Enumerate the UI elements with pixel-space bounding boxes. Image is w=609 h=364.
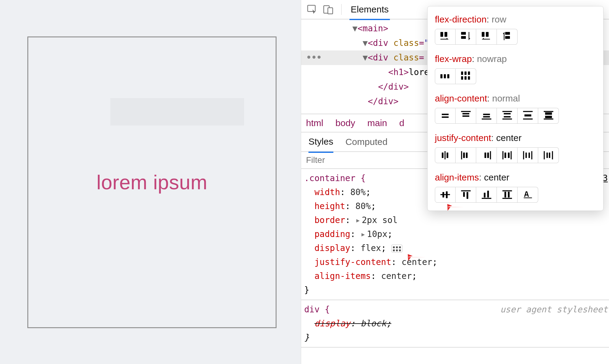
css-prop-height[interactable]: height	[315, 201, 345, 211]
css-val-display[interactable]: flex	[360, 243, 381, 253]
css-val-border[interactable]: 2px sol	[362, 215, 397, 225]
ac-stretch-button[interactable]	[538, 108, 559, 124]
jc-end-button[interactable]	[476, 147, 497, 163]
css-prop-border[interactable]: border	[315, 215, 345, 225]
ac-between-button[interactable]	[497, 108, 518, 124]
css-prop-align[interactable]: align-items	[315, 271, 371, 281]
css-prop-width[interactable]: width	[315, 187, 340, 197]
element-highlight	[110, 98, 244, 125]
css-val-width[interactable]: 80%	[350, 187, 366, 197]
css-val-padding[interactable]: 10px	[367, 229, 387, 239]
ai-stretch-button[interactable]	[497, 187, 518, 203]
css-rule-div-ua[interactable]: user agent stylesheet div { display: blo…	[301, 300, 609, 348]
fw-wrap-button[interactable]	[456, 68, 476, 84]
ua-stylesheet-label: user agent stylesheet	[500, 303, 608, 317]
tab-styles[interactable]: Styles	[308, 136, 333, 153]
fw-nowrap-button[interactable]	[435, 68, 456, 84]
crumb-html[interactable]: html	[306, 118, 323, 128]
ac-around-button[interactable]	[518, 108, 538, 124]
css-val-height[interactable]: 80%	[356, 201, 371, 211]
fp-value-align-items: center	[484, 172, 509, 182]
fd-column-button[interactable]	[456, 29, 476, 45]
css-prop-display-ua: display	[315, 318, 350, 328]
jc-evenly-button[interactable]	[538, 147, 559, 163]
ac-center-button[interactable]	[435, 108, 456, 124]
jc-between-button[interactable]	[497, 147, 518, 163]
crumb-div[interactable]: d	[399, 118, 404, 128]
fp-label-align-items: align-items	[435, 172, 479, 182]
css-selector: .container {	[304, 173, 366, 183]
devtools-panel: Elements ▼<main> ▼<div class=" ••• ▼<div…	[301, 0, 609, 364]
toolbar-separator	[341, 4, 342, 15]
fp-value-flex-wrap: nowrap	[477, 54, 507, 64]
css-val-display-ua: block	[360, 318, 386, 328]
crumb-body[interactable]: body	[335, 118, 355, 128]
fd-row-reverse-button[interactable]	[476, 29, 497, 45]
css-prop-display[interactable]: display	[315, 243, 350, 253]
crumb-main[interactable]: main	[367, 118, 387, 128]
fp-label-align-content: align-content	[435, 93, 487, 103]
css-close-brace-2: }	[304, 332, 309, 342]
inspect-icon[interactable]	[307, 4, 317, 15]
css-prop-justify[interactable]: justify-content	[315, 257, 391, 267]
fp-value-justify-content: center	[496, 133, 521, 143]
css-selector-div: div {	[304, 304, 330, 314]
jc-center-button[interactable]	[435, 147, 456, 163]
tab-computed[interactable]: Computed	[346, 137, 387, 147]
ai-baseline-button[interactable]	[518, 187, 538, 203]
container-box: lorem ipsum	[27, 36, 277, 328]
fd-column-reverse-button[interactable]	[497, 29, 518, 45]
fp-group-justify-content: justify-content: center	[435, 133, 596, 163]
fp-label-flex-wrap: flex-wrap	[435, 54, 472, 64]
fp-group-align-content: align-content: normal	[435, 93, 596, 124]
jc-around-button[interactable]	[518, 147, 538, 163]
tab-elements[interactable]: Elements	[349, 4, 390, 20]
fp-group-flex-direction: flex-direction: row	[435, 14, 596, 45]
flex-editor-icon[interactable]	[391, 245, 402, 252]
fp-group-flex-wrap: flex-wrap: nowrap	[435, 54, 596, 84]
css-close-brace: }	[304, 285, 309, 295]
page-heading: lorem ipsum	[97, 171, 208, 194]
css-val-align[interactable]: center	[381, 271, 412, 281]
flex-editor-popover: flex-direction: row flex-wrap: nowrap al…	[427, 6, 604, 211]
ai-end-button[interactable]	[476, 187, 497, 203]
css-prop-padding[interactable]: padding	[315, 229, 350, 239]
jc-start-button[interactable]	[456, 147, 476, 163]
page-viewport: lorem ipsum	[0, 0, 301, 364]
fp-label-flex-direction: flex-direction	[435, 14, 487, 24]
fp-label-justify-content: justify-content	[435, 133, 491, 143]
fd-row-button[interactable]	[435, 29, 456, 45]
device-toggle-icon[interactable]	[323, 4, 333, 15]
fp-value-align-content: normal	[492, 93, 520, 103]
ac-start-button[interactable]	[456, 108, 476, 124]
fp-value-flex-direction: row	[492, 14, 506, 24]
ac-end-button[interactable]	[476, 108, 497, 124]
